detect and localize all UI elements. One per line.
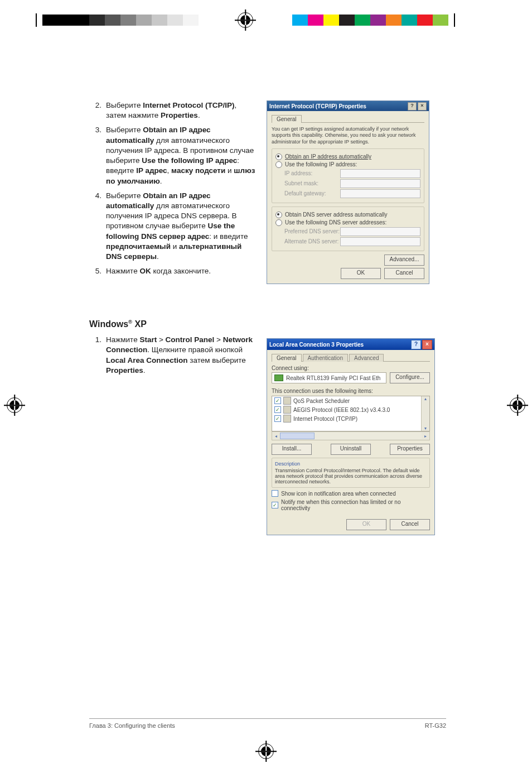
checkbox-notify-limited[interactable]: ✓Notify me when this connection has limi… — [272, 499, 430, 511]
list-item[interactable]: ✓Internet Protocol (TCP/IP) — [272, 414, 429, 423]
instruction-step: 2.Выберите Internet Protocol (TCP/IP), з… — [89, 100, 257, 121]
default-gateway-field[interactable] — [340, 189, 420, 198]
crop-tick — [36, 13, 37, 27]
instruction-steps-bottom: 1.Нажмите Start > Control Panel > Networ… — [89, 335, 257, 535]
preferred-dns-field[interactable] — [340, 227, 420, 236]
label-alternate-dns: Alternate DNS server: — [284, 238, 340, 244]
subnet-mask-field[interactable] — [340, 179, 420, 188]
ip-address-field[interactable] — [340, 169, 420, 178]
registration-mark-icon — [238, 12, 253, 28]
tcpip-properties-dialog: Internet Protocol (TCP/IP) Properties ? … — [267, 100, 429, 284]
label-default-gateway: Default gateway: — [284, 190, 340, 196]
list-item[interactable]: ✓AEGIS Protocol (IEEE 802.1x) v3.4.3.0 — [272, 405, 429, 414]
install-button[interactable]: Install... — [272, 444, 312, 455]
instruction-step: 3.Выберите Obtain an IP адрес automatica… — [89, 125, 257, 186]
section-heading-windows-xp: Windows® XP — [89, 319, 446, 329]
label-uses-items: This connection uses the following items… — [272, 388, 430, 394]
dialog-title: Local Area Connection 3 Properties — [269, 342, 364, 348]
registration-mark-icon — [258, 743, 274, 759]
help-button[interactable]: ? — [408, 102, 417, 111]
tab-advanced[interactable]: Advanced — [349, 354, 384, 362]
registration-bar-top — [0, 12, 532, 28]
help-button[interactable]: ? — [411, 340, 421, 349]
dialog-note: You can get IP settings assigned automat… — [272, 126, 424, 145]
instruction-steps-top: 2.Выберите Internet Protocol (TCP/IP), з… — [89, 100, 257, 284]
nic-display: Realtek RTL8139 Family PCI Fast Eth — [272, 372, 386, 383]
dialog-title: Internet Protocol (TCP/IP) Properties — [269, 103, 366, 109]
close-button[interactable]: × — [422, 340, 432, 349]
lan-connection-properties-dialog: Local Area Connection 3 Properties ? × G… — [267, 338, 435, 535]
scrollbar-horizontal[interactable]: ◂▸ — [272, 431, 430, 440]
scrollbar-vertical[interactable]: ▴▾ — [421, 396, 429, 431]
radio-obtain-dns-auto[interactable]: Obtain DNS server address automatically — [275, 212, 420, 218]
radio-use-following-ip[interactable]: Use the following IP address: — [275, 161, 420, 168]
label-ip-address: IP address: — [284, 170, 340, 176]
page-footer: Глава 3: Configuring the clients RT-G32 — [89, 718, 446, 729]
dialog-titlebar: Local Area Connection 3 Properties ? × — [267, 339, 434, 350]
properties-button[interactable]: Properties — [390, 444, 430, 455]
description-text: Transmission Control Protocol/Internet P… — [275, 468, 427, 484]
ok-button[interactable]: OK — [346, 519, 386, 530]
radio-obtain-ip-auto[interactable]: Obtain an IP address automatically — [275, 153, 420, 160]
checkbox-show-icon[interactable]: Show icon in notification area when conn… — [272, 490, 430, 497]
footer-right: RT-G32 — [425, 722, 446, 729]
cancel-button[interactable]: Cancel — [390, 519, 430, 530]
label-description: Description — [275, 461, 427, 467]
grayscale-swatches — [42, 15, 199, 26]
alternate-dns-field[interactable] — [340, 237, 420, 246]
advanced-button[interactable]: Advanced... — [384, 255, 424, 266]
registration-mark-icon — [510, 397, 525, 413]
list-item[interactable]: ✓QoS Packet Scheduler — [272, 396, 429, 405]
configure-button[interactable]: Configure... — [390, 372, 430, 383]
cancel-button[interactable]: Cancel — [384, 268, 424, 279]
tab-general[interactable]: General — [272, 354, 302, 362]
tab-authentication[interactable]: Authentication — [303, 354, 348, 362]
label-connect-using: Connect using: — [272, 365, 430, 371]
instruction-step: 1.Нажмите Start > Control Panel > Networ… — [89, 335, 257, 376]
page-content: 2.Выберите Internet Protocol (TCP/IP), з… — [89, 100, 446, 535]
footer-left: Глава 3: Configuring the clients — [89, 722, 175, 729]
radio-use-following-dns[interactable]: Use the following DNS server addresses: — [275, 219, 420, 226]
label-subnet-mask: Subnet mask: — [284, 180, 340, 186]
nic-icon — [274, 375, 283, 381]
label-preferred-dns: Preferred DNS server: — [284, 228, 340, 234]
color-swatches — [292, 15, 448, 26]
dialog-titlebar: Internet Protocol (TCP/IP) Properties ? … — [267, 101, 429, 111]
instruction-step: 5.Нажмите OK когда закончите. — [89, 266, 257, 276]
uninstall-button[interactable]: Uninstall — [331, 444, 371, 455]
registration-mark-icon — [7, 397, 22, 413]
crop-tick — [454, 13, 455, 27]
connection-items-list[interactable]: ✓QoS Packet Scheduler✓AEGIS Protocol (IE… — [272, 396, 430, 431]
tab-general[interactable]: General — [272, 115, 302, 123]
instruction-step: 4.Выберите Obtain an IP адрес automatica… — [89, 191, 257, 262]
description-group: Description Transmission Control Protoco… — [272, 458, 430, 488]
ok-button[interactable]: OK — [341, 268, 381, 279]
registration-bar-bottom — [0, 743, 532, 759]
close-button[interactable]: × — [418, 102, 427, 111]
